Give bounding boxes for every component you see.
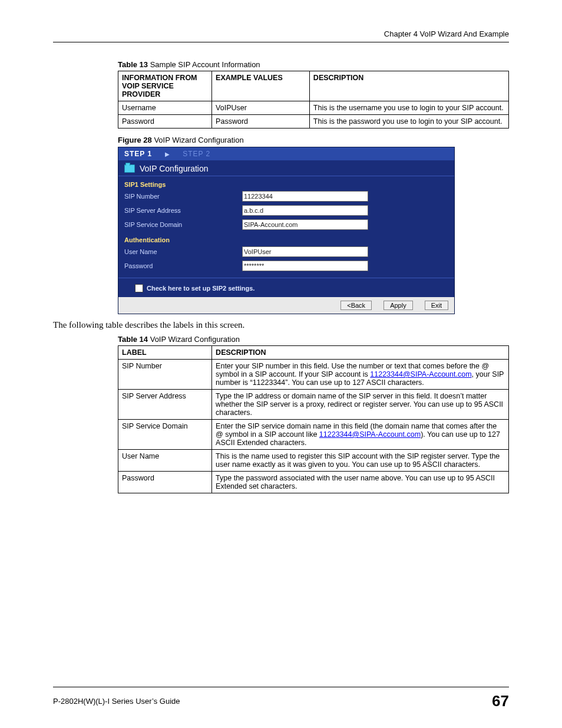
table14-caption-bold: Table 14 — [118, 335, 148, 344]
table-row: Password Type the password associated wi… — [118, 472, 509, 493]
sip-domain-label: SIP Service Domain — [124, 221, 242, 228]
back-button[interactable]: <Back — [340, 301, 372, 310]
table14-r0-desc: Enter your SIP number in this field. Use… — [212, 360, 509, 390]
table14-r2-label: SIP Service Domain — [118, 420, 212, 450]
table13-r0-c2: VoIPUser — [212, 101, 310, 115]
figure28-caption-rest: VoIP Wizard Configuration — [152, 136, 244, 144]
figure28-caption-bold: Figure 28 — [118, 136, 152, 144]
table14-r4-label: Password — [118, 472, 212, 493]
table13: INFORMATION FROM VOIP SERVICE PROVIDER E… — [118, 71, 509, 129]
table13-caption-bold: Table 13 — [118, 60, 148, 69]
body-text: The following table describes the labels… — [53, 320, 509, 330]
sip-number-input[interactable] — [242, 191, 368, 202]
table13-r0-c1: Username — [118, 101, 212, 115]
step2-tab[interactable]: STEP 2 — [183, 150, 210, 158]
footer-guide-name: P-2802H(W)(L)-I Series User’s Guide — [53, 697, 180, 706]
table13-r1-c2: Password — [212, 115, 310, 129]
table14: LABEL DESCRIPTION SIP Number Enter your … — [118, 345, 509, 493]
sip1-settings-heading: SIP1 Settings — [118, 176, 454, 189]
table13-r0-c3: This is the username you use to login to… — [309, 101, 508, 115]
table14-caption-rest: VoIP Wizard Configuration — [148, 335, 240, 344]
password-input[interactable] — [242, 261, 368, 271]
table14-head-c2: DESCRIPTION — [212, 346, 509, 360]
table13-head-c2: EXAMPLE VALUES — [212, 71, 310, 101]
table13-r1-c1: Password — [118, 115, 212, 129]
voip-config-header: VoIP Configuration — [118, 160, 454, 176]
username-label: User Name — [124, 248, 242, 255]
table14-r4-desc: Type the password associated with the us… — [212, 472, 509, 493]
table14-r1-label: SIP Server Address — [118, 390, 212, 420]
table14-caption: Table 14 VoIP Wizard Configuration — [118, 335, 509, 344]
voip-config-title: VoIP Configuration — [140, 164, 209, 173]
sip2-checkbox[interactable] — [135, 284, 143, 292]
wizard-buttons: <Back Apply Exit — [118, 297, 454, 314]
table14-r2-desc: Enter the SIP service domain name in thi… — [212, 420, 509, 450]
table13-head-c1: INFORMATION FROM VOIP SERVICE PROVIDER — [118, 71, 212, 101]
table13-head-c3: DESCRIPTION — [309, 71, 508, 101]
table-row: SIP Service Domain Enter the SIP service… — [118, 420, 509, 450]
folder-icon — [124, 164, 135, 173]
table14-r3-label: User Name — [118, 450, 212, 472]
page-footer: P-2802H(W)(L)-I Series User’s Guide 67 — [53, 687, 509, 710]
table-row: Password Password This is the password y… — [118, 115, 509, 129]
steps-bar: STEP 1 ▶ STEP 2 — [118, 147, 454, 160]
table-row: Username VoIPUser This is the username y… — [118, 101, 509, 115]
username-input[interactable] — [242, 246, 368, 257]
table14-r0-label: SIP Number — [118, 360, 212, 390]
sip2-check-row[interactable]: Check here to set up SIP2 settings. — [118, 278, 454, 297]
voip-wizard-panel: STEP 1 ▶ STEP 2 VoIP Configuration SIP1 … — [118, 147, 455, 314]
step1-tab[interactable]: STEP 1 — [124, 150, 152, 158]
table-row: User Name This is the name used to regis… — [118, 450, 509, 472]
table14-r1-desc: Type the IP address or domain name of th… — [212, 390, 509, 420]
table-row: SIP Server Address Type the IP address o… — [118, 390, 509, 420]
chapter-header: Chapter 4 VoIP Wizard And Example — [53, 29, 509, 38]
table14-r3-desc: This is the name used to register this S… — [212, 450, 509, 472]
table14-head-c1: LABEL — [118, 346, 212, 360]
table13-r1-c3: This is the password you use to login to… — [309, 115, 508, 129]
page-number: 67 — [492, 692, 509, 710]
authentication-heading: Authentication — [118, 232, 454, 245]
sip2-check-label: Check here to set up SIP2 settings. — [147, 285, 254, 292]
apply-button[interactable]: Apply — [384, 301, 413, 310]
step-arrow-icon: ▶ — [165, 151, 170, 157]
header-rule — [53, 42, 509, 42]
table-row: SIP Number Enter your SIP number in this… — [118, 360, 509, 390]
figure28-caption: Figure 28 VoIP Wizard Configuration — [118, 136, 509, 144]
sip-server-label: SIP Server Address — [124, 207, 242, 214]
exit-button[interactable]: Exit — [425, 301, 448, 310]
sip-account-link[interactable]: 11223344@SIPA-Account.com — [370, 370, 471, 378]
password-label: Password — [124, 262, 242, 269]
sip-account-link[interactable]: 11223344@SIPA-Account.com — [319, 430, 421, 439]
table13-caption-rest: Sample SIP Account Information — [148, 60, 260, 69]
sip-server-input[interactable] — [242, 205, 368, 216]
sip-number-label: SIP Number — [124, 193, 242, 200]
table13-caption: Table 13 Sample SIP Account Information — [118, 60, 509, 69]
sip-domain-input[interactable] — [242, 219, 368, 230]
